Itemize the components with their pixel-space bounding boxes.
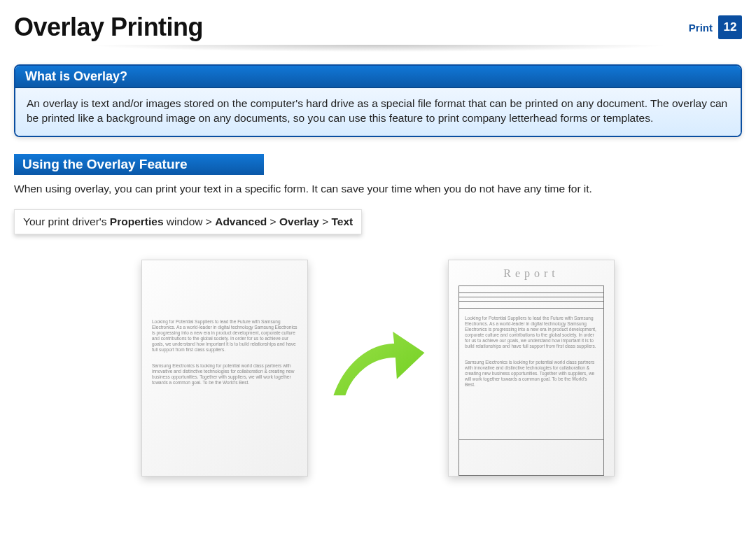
- sample-paragraph: Samsung Electronics is looking for poten…: [152, 363, 298, 386]
- body-text: When using overlay, you can print your t…: [14, 182, 742, 197]
- path-segment: >: [267, 216, 279, 227]
- header-right: Print 12: [689, 15, 742, 39]
- header-shadow: [0, 45, 756, 57]
- navigation-path: Your print driver's Properties window > …: [14, 209, 362, 234]
- path-segment: window >: [164, 216, 216, 227]
- arrow-icon: [329, 326, 427, 410]
- path-segment-bold: Properties: [110, 216, 164, 227]
- document-before: Looking for Potential Suppliers to lead …: [141, 260, 308, 477]
- document-page: Overlay Printing Print 12 What is Overla…: [0, 0, 756, 536]
- table-body: Looking for Potential Suppliers to lead …: [459, 309, 603, 440]
- info-box-body: An overlay is text and/or images stored …: [15, 88, 741, 136]
- report-form: Looking for Potential Suppliers to lead …: [458, 285, 604, 476]
- sample-paragraph: Looking for Potential Suppliers to lead …: [152, 319, 298, 353]
- path-segment: >: [319, 216, 332, 227]
- sample-text-block: Looking for Potential Suppliers to lead …: [152, 319, 298, 386]
- section-heading: Using the Overlay Feature: [14, 154, 264, 175]
- overlay-illustration: Looking for Potential Suppliers to lead …: [14, 260, 742, 477]
- page-title: Overlay Printing: [14, 13, 203, 42]
- path-segment-bold: Overlay: [279, 216, 319, 227]
- path-segment: Your print driver's: [23, 216, 110, 227]
- sample-paragraph: Looking for Potential Suppliers to lead …: [465, 316, 598, 350]
- sample-text-block: Looking for Potential Suppliers to lead …: [465, 316, 598, 388]
- page-header: Overlay Printing Print 12: [14, 13, 742, 42]
- report-title: Report: [458, 267, 604, 280]
- info-box-heading: What is Overlay?: [15, 66, 741, 88]
- page-number-badge: 12: [718, 15, 742, 39]
- section-label: Print: [689, 22, 713, 34]
- path-segment-bold: Advanced: [215, 216, 267, 227]
- table-row: [459, 302, 603, 309]
- info-box: What is Overlay? An overlay is text and/…: [14, 64, 742, 137]
- path-segment-bold: Text: [332, 216, 354, 227]
- table-row: [459, 286, 603, 293]
- table-footer: [459, 440, 603, 475]
- document-after: Report Looking for Potential Suppliers t…: [448, 260, 615, 477]
- sample-paragraph: Samsung Electronics is looking for poten…: [465, 360, 598, 388]
